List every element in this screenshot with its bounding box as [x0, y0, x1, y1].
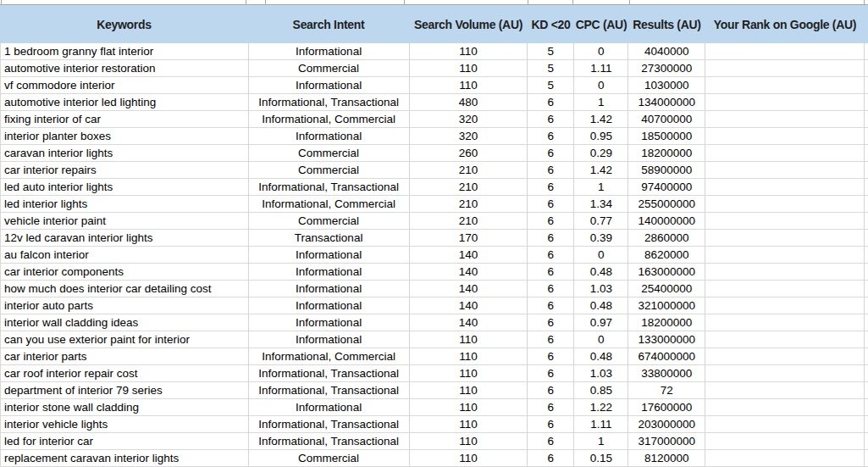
cell[interactable]: 110 — [410, 416, 528, 432]
cell[interactable]: Informational — [249, 399, 410, 415]
cell[interactable]: Informational — [249, 331, 410, 347]
cell[interactable]: 25400000 — [628, 281, 705, 297]
cell[interactable]: Informational, Transactional — [249, 365, 410, 381]
cell[interactable]: 6 — [528, 416, 574, 432]
keyword-cell[interactable]: car interior parts — [1, 348, 249, 364]
cell[interactable]: 0.15 — [574, 450, 628, 466]
cell[interactable]: 5 — [528, 77, 574, 93]
cell[interactable]: 0.48 — [574, 348, 628, 364]
cell[interactable]: 1 — [574, 94, 628, 110]
cell[interactable]: 6 — [528, 196, 574, 212]
cell[interactable]: Informational, Transactional — [249, 433, 410, 449]
cell[interactable]: 2860000 — [628, 230, 705, 246]
cell[interactable]: 110 — [410, 382, 528, 398]
cell[interactable]: 97400000 — [628, 179, 705, 195]
header-cell-search-volume-au[interactable]: Search Volume (AU) — [409, 5, 528, 43]
cell[interactable]: Informational, Commercial — [249, 196, 410, 212]
cell[interactable]: 320 — [410, 128, 528, 144]
cell[interactable]: 110 — [410, 77, 528, 93]
cell[interactable] — [705, 365, 865, 381]
cell[interactable]: 0.85 — [574, 382, 628, 398]
cell[interactable] — [705, 264, 865, 280]
keyword-cell[interactable]: interior planter boxes — [1, 128, 249, 144]
cell[interactable] — [705, 382, 865, 398]
cell[interactable]: 110 — [410, 331, 528, 347]
cell[interactable]: 6 — [528, 331, 574, 347]
cell[interactable]: 110 — [410, 43, 528, 59]
cell[interactable]: 210 — [410, 196, 528, 212]
cell[interactable]: 255000000 — [628, 196, 705, 212]
keyword-cell[interactable]: vehicle interior paint — [1, 213, 249, 229]
cell[interactable]: 110 — [410, 348, 528, 364]
cell[interactable]: 0.48 — [574, 297, 628, 314]
cell[interactable]: 6 — [528, 128, 574, 144]
cell[interactable] — [705, 145, 865, 161]
cell[interactable]: 480 — [410, 94, 528, 110]
keyword-cell[interactable]: au falcon interior — [1, 247, 249, 263]
cell[interactable]: 6 — [528, 450, 574, 466]
cell[interactable] — [705, 94, 865, 110]
cell[interactable]: 1 — [574, 179, 628, 195]
cell[interactable]: 0.77 — [574, 213, 628, 229]
keyword-cell[interactable]: 12v led caravan interior lights — [1, 230, 249, 246]
cell[interactable]: 1.22 — [574, 399, 628, 415]
cell[interactable]: 6 — [528, 382, 574, 398]
cell[interactable]: 6 — [528, 213, 574, 229]
cell[interactable]: 321000000 — [628, 297, 705, 314]
cell[interactable]: Informational — [249, 314, 410, 331]
cell[interactable]: 6 — [528, 247, 574, 263]
cell[interactable]: Informational — [249, 128, 410, 144]
cell[interactable]: 18200000 — [628, 314, 705, 331]
cell[interactable]: 0.97 — [574, 314, 628, 331]
cell[interactable]: 110 — [410, 399, 528, 415]
header-cell-search-intent[interactable]: Search Intent — [248, 5, 409, 43]
cell[interactable] — [705, 60, 865, 76]
cell[interactable]: 6 — [528, 433, 574, 449]
cell[interactable]: Informational — [249, 264, 410, 280]
cell[interactable]: Commercial — [249, 450, 410, 466]
keyword-cell[interactable]: automotive interior restoration — [1, 60, 249, 76]
keyword-cell[interactable]: automotive interior led lighting — [1, 94, 249, 110]
cell[interactable]: 210 — [410, 179, 528, 195]
cell[interactable]: 0 — [574, 331, 628, 347]
keyword-cell[interactable]: 1 bedroom granny flat interior — [1, 43, 249, 59]
cell[interactable]: 1.42 — [574, 162, 628, 178]
cell[interactable]: Informational — [249, 281, 410, 297]
cell[interactable] — [705, 416, 865, 432]
keyword-cell[interactable]: replacement caravan interior lights — [1, 450, 249, 466]
keyword-cell[interactable]: car interior components — [1, 264, 249, 280]
header-cell-keywords[interactable]: Keywords — [0, 5, 248, 43]
cell[interactable] — [705, 314, 865, 331]
cell[interactable]: 6 — [528, 162, 574, 178]
keyword-cell[interactable]: led interior lights — [1, 196, 249, 212]
cell[interactable]: 260 — [410, 145, 528, 161]
cell[interactable]: Informational — [249, 297, 410, 314]
keyword-cell[interactable]: caravan interior lights — [1, 145, 249, 161]
cell[interactable] — [705, 179, 865, 195]
cell[interactable]: 140 — [410, 314, 528, 331]
cell[interactable]: 6 — [528, 264, 574, 280]
cell[interactable]: 1.03 — [574, 365, 628, 381]
cell[interactable] — [705, 230, 865, 246]
cell[interactable] — [705, 297, 865, 314]
keyword-cell[interactable]: led for interior car — [1, 433, 249, 449]
cell[interactable]: 0.39 — [574, 230, 628, 246]
cell[interactable]: 163000000 — [628, 264, 705, 280]
cell[interactable]: 140 — [410, 264, 528, 280]
cell[interactable]: 6 — [528, 348, 574, 364]
cell[interactable] — [705, 111, 865, 127]
cell[interactable]: 17600000 — [628, 399, 705, 415]
cell[interactable] — [705, 348, 865, 364]
header-cell-cpc-au[interactable]: CPC (AU) — [574, 5, 628, 43]
keyword-cell[interactable]: car interior repairs — [1, 162, 249, 178]
cell[interactable] — [705, 281, 865, 297]
cell[interactable]: 6 — [528, 230, 574, 246]
cell[interactable]: 140000000 — [628, 213, 705, 229]
cell[interactable]: 40700000 — [628, 111, 705, 127]
cell[interactable]: 6 — [528, 145, 574, 161]
cell[interactable]: 0 — [574, 77, 628, 93]
cell[interactable]: 6 — [528, 314, 574, 331]
cell[interactable]: 18500000 — [628, 128, 705, 144]
keyword-cell[interactable]: can you use exterior paint for interior — [1, 331, 249, 347]
cell[interactable]: Informational, Commercial — [249, 348, 410, 364]
